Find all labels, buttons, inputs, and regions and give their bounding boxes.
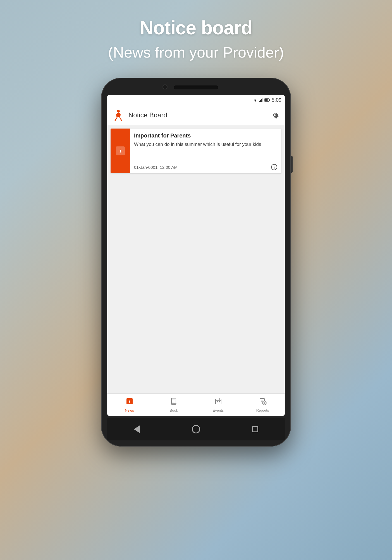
nav-label-news: News (125, 408, 134, 412)
events-icon (214, 397, 222, 407)
settings-icon[interactable] (270, 110, 280, 120)
svg-rect-19 (216, 399, 221, 404)
svg-rect-6 (265, 99, 267, 101)
svg-point-12 (274, 166, 274, 166)
notice-card[interactable]: i Important for Parents What you can do … (111, 129, 281, 173)
app-logo (112, 109, 125, 121)
notice-title: Important for Parents (134, 132, 278, 139)
book-icon (170, 397, 178, 407)
recents-button[interactable] (250, 424, 260, 434)
front-camera (162, 84, 168, 89)
notice-date: 01-Jan-0001, 12:00 AM (134, 165, 178, 170)
phone-shell: 5:09 Notice Board (101, 78, 291, 447)
nav-tab-events[interactable]: Events (196, 394, 240, 416)
svg-rect-4 (262, 98, 263, 102)
content-area: i Important for Parents What you can do … (107, 125, 285, 393)
svg-text:i: i (129, 399, 130, 404)
back-button[interactable] (132, 424, 142, 434)
nav-tab-news[interactable]: i News (107, 394, 152, 416)
bottom-nav: i News (107, 393, 285, 416)
reports-icon (259, 397, 267, 407)
svg-point-8 (117, 110, 120, 113)
svg-rect-24 (219, 401, 220, 402)
svg-rect-1 (259, 101, 260, 102)
home-button[interactable] (191, 424, 201, 434)
notice-description: What you can do in this summar which is … (134, 141, 278, 160)
phone-home-area (107, 418, 285, 440)
notice-card-accent: i (111, 129, 130, 173)
nav-label-events: Events (213, 408, 224, 412)
app-bar-title: Notice Board (128, 111, 270, 119)
signal-icon (259, 98, 263, 102)
notice-type-icon: i (116, 146, 125, 155)
phone-speaker (174, 86, 218, 89)
svg-rect-2 (260, 100, 261, 102)
page-subtitle: (News from your Provider) (108, 44, 284, 61)
notice-card-body: Important for Parents What you can do in… (130, 129, 281, 173)
app-bar: Notice Board (107, 105, 285, 125)
notice-info-icon[interactable] (271, 164, 278, 170)
news-icon: i (126, 397, 133, 407)
svg-point-9 (274, 114, 276, 116)
nav-tab-book[interactable]: Book (152, 394, 196, 416)
notice-footer: 01-Jan-0001, 12:00 AM (134, 164, 278, 170)
svg-rect-7 (269, 99, 270, 101)
wifi-icon (253, 98, 258, 102)
phone-screen: 5:09 Notice Board (107, 95, 285, 416)
status-time: 5:09 (272, 97, 281, 103)
svg-rect-23 (217, 401, 218, 402)
volume-button (291, 156, 293, 173)
nav-label-book: Book (170, 408, 178, 412)
status-icons (253, 98, 270, 102)
svg-rect-3 (261, 99, 262, 102)
nav-tab-reports[interactable]: Reports (240, 394, 285, 416)
phone-mockup: 5:09 Notice Board (101, 78, 291, 447)
battery-icon (264, 98, 270, 102)
svg-point-0 (255, 101, 255, 102)
status-bar: 5:09 (107, 95, 285, 105)
page-title: Notice board (140, 17, 252, 39)
nav-label-reports: Reports (256, 408, 269, 412)
